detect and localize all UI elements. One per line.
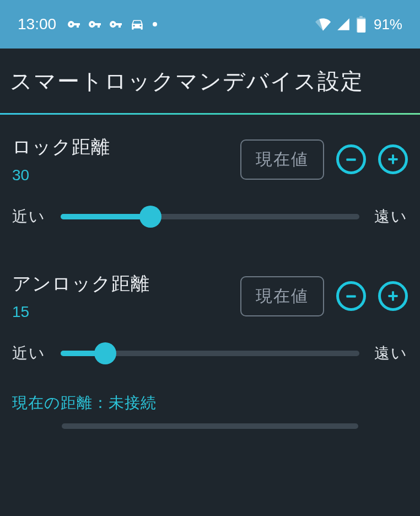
lock-current-value-button[interactable]: 現在値 (240, 139, 324, 180)
dot-icon (152, 22, 158, 27)
page-title: スマートロックマンデバイス設定 (10, 66, 410, 96)
lock-distance-section: ロック距離 30 現在値 近い 遠い (0, 115, 420, 227)
unlock-min-label: 近い (12, 343, 49, 364)
svg-rect-3 (388, 158, 397, 160)
slider-fill (61, 214, 150, 219)
cell-signal-icon (336, 17, 351, 31)
car-icon (130, 17, 144, 31)
unlock-distance-label: アンロック距離 (12, 271, 150, 297)
status-time: 13:00 (18, 15, 56, 33)
key-icon (109, 18, 122, 31)
plus-icon (386, 289, 400, 303)
battery-icon (356, 16, 366, 33)
lock-distance-label: ロック距離 (12, 135, 110, 160)
key-icon (88, 18, 101, 31)
unlock-plus-button[interactable] (378, 281, 408, 311)
current-distance-label: 現在の距離：未接続 (12, 393, 408, 413)
minus-icon (344, 152, 358, 166)
plus-icon (386, 152, 400, 166)
page-header: スマートロックマンデバイス設定 (0, 49, 420, 115)
status-bar: 13:00 91% (0, 0, 420, 49)
current-distance-track (62, 423, 358, 429)
unlock-distance-section: アンロック距離 15 現在値 近い 遠い (0, 227, 420, 364)
lock-distance-slider[interactable] (61, 206, 359, 227)
lock-min-label: 近い (12, 206, 49, 227)
unlock-distance-slider[interactable] (61, 343, 359, 364)
svg-rect-1 (346, 158, 356, 160)
key-icon (67, 18, 80, 31)
battery-percent: 91% (374, 16, 402, 33)
slider-thumb[interactable] (94, 342, 116, 364)
svg-rect-6 (388, 295, 397, 297)
unlock-distance-value: 15 (12, 303, 150, 321)
status-left: 13:00 (18, 15, 158, 33)
lock-distance-value: 30 (12, 166, 110, 184)
unlock-current-value-button[interactable]: 現在値 (240, 276, 324, 316)
current-distance-section: 現在の距離：未接続 (0, 364, 420, 429)
slider-thumb[interactable] (139, 206, 161, 228)
lock-max-label: 遠い (371, 206, 408, 227)
svg-point-0 (153, 22, 157, 26)
unlock-max-label: 遠い (371, 343, 408, 364)
unlock-minus-button[interactable] (336, 281, 366, 311)
minus-icon (344, 289, 358, 303)
lock-plus-button[interactable] (378, 144, 408, 174)
lock-minus-button[interactable] (336, 144, 366, 174)
wifi-icon (315, 17, 331, 32)
status-right: 91% (315, 16, 402, 33)
svg-rect-4 (346, 295, 356, 297)
